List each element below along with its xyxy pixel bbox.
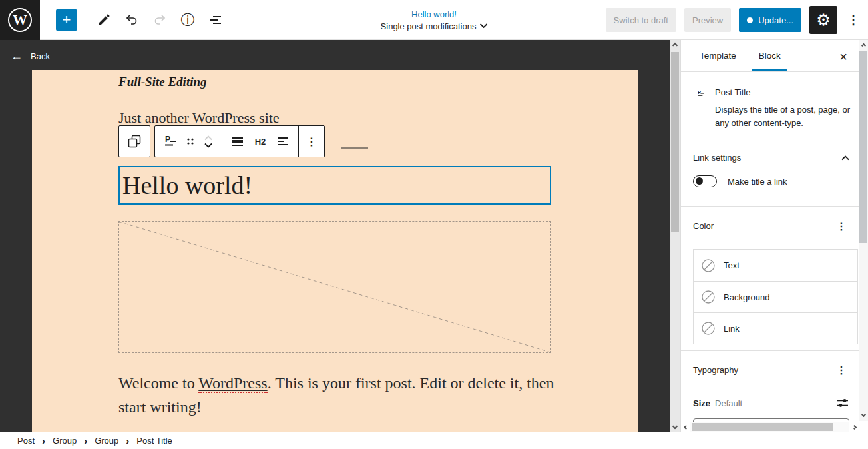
template-selector[interactable]: Single post modifications — [381, 21, 488, 31]
scroll-right-arrow[interactable] — [849, 422, 859, 432]
move-up-button[interactable] — [204, 135, 213, 141]
switch-to-draft-button[interactable]: Switch to draft — [606, 8, 676, 32]
align-none-icon — [232, 135, 244, 147]
post-content-paragraph[interactable]: Welcome to WordPress. This is your first… — [118, 371, 558, 419]
header-actions: Switch to draft Preview Update... ⚙ ⋮ — [606, 0, 861, 40]
background-color-label: Background — [724, 292, 769, 302]
editor-top-bar: W + ⓘ — [0, 0, 868, 40]
canvas-vertical-scrollbar[interactable] — [670, 40, 680, 432]
typography-options-button[interactable]: ⋮ — [833, 362, 849, 378]
font-size-row: Size Default — [693, 396, 849, 410]
no-color-icon — [702, 322, 715, 335]
select-parent-block-button[interactable] — [123, 126, 146, 157]
list-view-button[interactable] — [204, 8, 228, 32]
color-options-button[interactable]: ⋮ — [833, 218, 849, 234]
breadcrumb-group-2[interactable]: Group — [95, 436, 118, 446]
breadcrumb-separator: › — [126, 436, 129, 446]
tab-block[interactable]: Block — [752, 40, 787, 71]
background-color-row[interactable]: Background — [694, 281, 857, 312]
template-name: Single post modifications — [381, 21, 477, 31]
text-color-label: Text — [724, 260, 740, 270]
page-scroll-down-arrow[interactable] — [859, 409, 868, 420]
breadcrumb-group-1[interactable]: Group — [53, 436, 77, 446]
placeholder-diagonal-icon — [119, 222, 550, 352]
plus-icon: + — [63, 11, 71, 28]
redo-icon — [152, 13, 167, 27]
link-settings-panel-toggle[interactable]: Link settings — [693, 143, 849, 163]
drag-handle[interactable] — [182, 126, 199, 157]
page-scroll-up-arrow[interactable] — [859, 40, 868, 51]
block-type-button[interactable]: P — [159, 126, 182, 157]
block-options-button[interactable]: ⋮ — [303, 126, 320, 157]
chevron-up-icon — [861, 43, 865, 47]
more-icon: ⋮ — [836, 364, 847, 376]
make-title-link-toggle[interactable] — [693, 175, 717, 187]
drag-dots-icon — [186, 137, 194, 145]
more-icon: ⋮ — [306, 135, 317, 148]
make-title-link-row: Make title a link — [693, 175, 849, 187]
link-color-label: Link — [724, 324, 740, 334]
gear-icon: ⚙ — [816, 11, 831, 29]
arrow-left-icon: ← — [11, 50, 23, 62]
block-mover — [199, 126, 218, 157]
back-button[interactable]: ← Back — [11, 50, 50, 62]
breadcrumb-post[interactable]: Post — [17, 436, 35, 446]
more-icon: ⋮ — [847, 13, 859, 27]
block-inserter-button[interactable]: + — [56, 9, 77, 31]
spellcheck-underline: WordPress — [198, 374, 267, 393]
make-title-link-label: Make title a link — [728, 177, 787, 187]
chevron-down-icon — [672, 424, 678, 429]
list-view-icon — [209, 15, 222, 25]
sidebar-tabs: Template Block × — [681, 40, 859, 72]
preview-button[interactable]: Preview — [684, 8, 731, 32]
undo-button[interactable] — [120, 8, 144, 32]
scroll-down-arrow[interactable] — [670, 421, 680, 432]
hscroll-track[interactable] — [690, 422, 849, 432]
text-align-button[interactable] — [272, 126, 294, 157]
editor-main: ← Back Full-Site Editing Just another Wo… — [0, 40, 868, 432]
scroll-up-arrow[interactable] — [670, 40, 680, 51]
details-button[interactable]: ⓘ — [176, 8, 200, 32]
redo-button[interactable] — [148, 8, 172, 32]
post-title-text: Hello world! — [120, 167, 550, 203]
options-menu-button[interactable]: ⋮ — [845, 6, 861, 34]
align-button[interactable] — [226, 126, 249, 157]
post-featured-image-placeholder[interactable] — [118, 221, 551, 353]
site-title-link[interactable]: Full-Site Editing — [118, 75, 207, 89]
update-button[interactable]: Update... — [739, 8, 801, 32]
hscroll-thumb[interactable] — [692, 423, 833, 431]
page-vertical-scrollbar[interactable] — [859, 40, 868, 432]
move-down-button[interactable] — [204, 143, 213, 148]
color-panel-header: Color ⋮ — [693, 207, 849, 234]
tab-template[interactable]: Template — [693, 40, 743, 71]
breadcrumb-post-title[interactable]: Post Title — [136, 436, 172, 446]
breadcrumb-separator: › — [84, 436, 87, 446]
canvas-scrollbar-thumb[interactable] — [671, 52, 679, 232]
text-color-row[interactable]: Text — [694, 250, 857, 281]
chevron-right-icon — [851, 424, 856, 429]
tools-button[interactable] — [92, 8, 116, 32]
link-settings-title: Link settings — [693, 153, 741, 163]
post-title-block-selected[interactable]: Hello world! — [118, 166, 551, 205]
document-title: Hello world! — [381, 9, 488, 19]
svg-text:P: P — [165, 135, 170, 144]
paragraph-link[interactable]: WordPress — [198, 374, 267, 393]
block-breadcrumb: Post › Group › Group › Post Title — [0, 432, 868, 449]
editor-canvas: ← Back Full-Site Editing Just another Wo… — [0, 40, 670, 432]
separator-block[interactable] — [341, 147, 368, 149]
sidebar-horizontal-scrollbar[interactable] — [681, 422, 859, 432]
text-align-left-icon — [277, 137, 289, 146]
settings-button[interactable]: ⚙ — [809, 6, 837, 34]
page-scrollbar-thumb[interactable] — [859, 51, 867, 243]
wordpress-logo-icon: W — [8, 8, 32, 32]
size-settings-button[interactable] — [836, 396, 849, 410]
no-color-icon — [702, 290, 715, 304]
close-sidebar-button[interactable]: × — [835, 48, 852, 65]
wordpress-logo[interactable]: W — [0, 0, 40, 40]
link-color-row[interactable]: Link — [694, 312, 857, 344]
scroll-left-arrow[interactable] — [681, 422, 690, 432]
settings-sidebar: Template Block × P Post Title Displays t… — [680, 40, 859, 432]
heading-level-button[interactable]: H2 — [249, 126, 272, 157]
saving-dot-icon — [747, 17, 753, 23]
parent-block-icon — [126, 133, 142, 149]
